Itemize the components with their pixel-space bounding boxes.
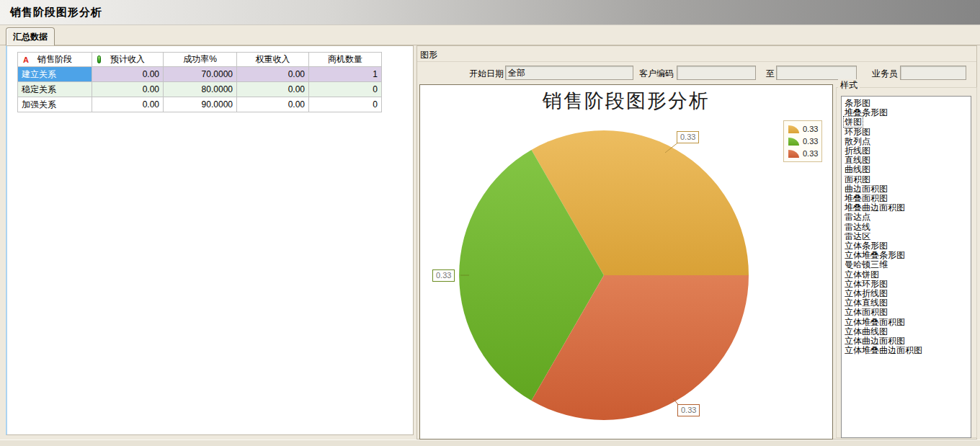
graph-panel: 图形 开始日期 客户编码 至 业务员 销售阶段图形分析 [416, 45, 977, 440]
start-date-input[interactable] [505, 66, 633, 80]
style-list: 条形图堆叠条形图饼图环形图散列点折线图直线图曲线图面积图曲边面积图堆叠面积图堆叠… [841, 96, 971, 438]
table-cell[interactable]: 0.00 [237, 82, 309, 97]
style-list-item[interactable]: 曼哈顿三维 [844, 260, 970, 269]
legend-marker-icon [788, 150, 799, 158]
tab-strip: 汇总数据 [0, 25, 980, 45]
table-cell[interactable]: 0.00 [237, 97, 309, 112]
summary-table-panel: A 销售阶段 预计收入 成功率% 权重收入 商机数量 建立关系0.0070.00… [6, 45, 414, 435]
style-group-label: 样式 [838, 79, 860, 92]
legend-entry: 0.33 [788, 136, 818, 146]
style-list-item[interactable]: 立体堆叠面积图 [844, 318, 970, 327]
customer-code-to-input[interactable] [776, 66, 857, 80]
table-cell[interactable]: 0.00 [237, 67, 309, 82]
tab-summary-data[interactable]: 汇总数据 [6, 27, 55, 45]
style-list-item[interactable]: 饼图 [844, 117, 970, 127]
start-date-label: 开始日期 [460, 68, 504, 79]
window-title-bar: 销售阶段图形分析 [0, 0, 980, 25]
status-strip [0, 440, 980, 446]
table-cell[interactable]: 90.0000 [164, 97, 237, 112]
graph-group-label: 图形 [420, 49, 437, 61]
style-list-item[interactable]: 立体堆叠曲边面积图 [844, 346, 970, 355]
graph-separator [417, 61, 976, 62]
salesman-input[interactable] [900, 66, 966, 80]
legend-entry: 0.33 [788, 124, 818, 134]
column-header-weighted-revenue[interactable]: 权重收入 [237, 53, 309, 67]
summary-table: A 销售阶段 预计收入 成功率% 权重收入 商机数量 建立关系0.0070.00… [17, 52, 382, 112]
table-cell[interactable]: 0.00 [92, 97, 164, 112]
green-pill-icon [97, 55, 101, 63]
red-a-icon: A [23, 55, 29, 65]
style-list-item[interactable]: 堆叠条形图 [844, 108, 970, 117]
legend-marker-icon [788, 125, 799, 133]
legend-entry: 0.33 [788, 148, 818, 159]
table-cell[interactable]: 加强关系 [18, 97, 92, 112]
slice-value-callout-red: 0.33 [677, 404, 700, 416]
column-header-stage[interactable]: A 销售阶段 [18, 53, 92, 67]
pie-chart [420, 85, 832, 438]
table-cell[interactable]: 0.00 [92, 82, 164, 97]
table-cell[interactable]: 0 [309, 82, 382, 97]
column-header-success-rate[interactable]: 成功率% [164, 53, 237, 67]
to-label: 至 [763, 68, 775, 79]
legend-value: 0.33 [803, 137, 818, 146]
chart-legend: 0.330.330.33 [783, 120, 822, 162]
customer-code-input[interactable] [677, 66, 756, 80]
slice-value-callout-green: 0.33 [432, 269, 455, 282]
table-cell[interactable]: 0.00 [92, 67, 164, 82]
slice-value-callout-orange: 0.33 [677, 131, 699, 143]
table-cell[interactable]: 80.0000 [164, 82, 237, 97]
customer-code-label: 客户编码 [633, 68, 674, 79]
table-row[interactable]: 加强关系0.0090.00000.000 [18, 97, 382, 112]
column-header-expected-revenue[interactable]: 预计收入 [92, 53, 164, 67]
style-list-item[interactable]: 环形图 [844, 128, 970, 137]
style-list-item[interactable]: 面积图 [844, 175, 970, 184]
table-cell[interactable]: 1 [309, 67, 382, 82]
legend-marker-icon [788, 138, 799, 146]
table-row[interactable]: 稳定关系0.0080.00000.000 [18, 82, 382, 97]
table-cell[interactable]: 稳定关系 [18, 82, 92, 97]
style-list-item[interactable]: 雷达点 [844, 213, 970, 222]
column-header-opportunity-count[interactable]: 商机数量 [309, 53, 382, 67]
salesman-label: 业务员 [868, 68, 898, 79]
legend-value: 0.33 [803, 125, 818, 133]
window-title: 销售阶段图形分析 [10, 6, 102, 19]
style-list-item[interactable]: 曲线图 [844, 165, 970, 174]
chart-area: 销售阶段图形分析 0 [419, 84, 833, 440]
table-cell[interactable]: 70.0000 [164, 67, 237, 82]
style-list-item[interactable]: 立体饼图 [844, 270, 970, 280]
table-cell[interactable]: 0 [309, 97, 382, 112]
style-list-item[interactable]: 雷达线 [844, 223, 970, 232]
table-cell[interactable]: 建立关系 [18, 67, 92, 82]
table-header-row: A 销售阶段 预计收入 成功率% 权重收入 商机数量 [18, 53, 382, 67]
style-list-item[interactable]: 立体面积图 [844, 308, 970, 317]
table-row[interactable]: 建立关系0.0070.00000.001 [18, 67, 382, 82]
summary-table-body: 建立关系0.0070.00000.001稳定关系0.0080.00000.000… [18, 67, 382, 112]
legend-value: 0.33 [803, 149, 818, 158]
